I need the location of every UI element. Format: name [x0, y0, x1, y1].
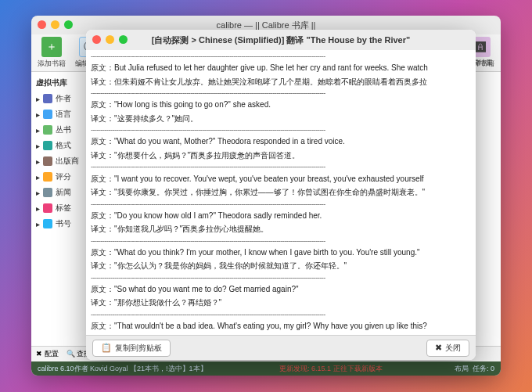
- plus-icon: ＋: [41, 37, 62, 57]
- rating-icon: [43, 172, 52, 182]
- sidebar-item[interactable]: ▸ 丛书: [31, 122, 95, 138]
- target-text: 译文："你知道我几岁吗？"西奥多拉伤心地提醒她。: [91, 222, 471, 236]
- translation-log[interactable]: ----------------------------------------…: [86, 50, 476, 335]
- separator: ----------------------------------------…: [91, 125, 471, 135]
- translate-dialog: [自动探测 > Chinese (Simplified)] 翻译 "The Ho…: [86, 30, 476, 360]
- source-text: 原文："What do you think? I'm your mother, …: [91, 246, 471, 260]
- dialog-titlebar[interactable]: [自动探测 > Chinese (Simplified)] 翻译 "The Ho…: [86, 30, 476, 50]
- separator: ----------------------------------------…: [91, 88, 471, 98]
- close-icon[interactable]: [38, 20, 46, 29]
- sidebar-item[interactable]: ▸ 语言: [31, 106, 95, 122]
- dialog-footer: 📋 复制到剪贴板 ✖ 关闭: [86, 335, 476, 360]
- dialog-traffic-lights: [92, 35, 128, 44]
- source-text: 原文："How long is this going to go on?" sh…: [91, 98, 471, 112]
- add-books-button[interactable]: ＋ 添加书籍: [36, 37, 67, 69]
- clipboard-icon: 📋: [101, 343, 112, 353]
- zoom-icon[interactable]: [119, 35, 128, 44]
- format-icon: [43, 141, 52, 150]
- traffic-lights: [38, 20, 73, 29]
- sidebar-item[interactable]: ▸ 新闻: [31, 185, 95, 200]
- separator: ----------------------------------------…: [91, 200, 471, 209]
- separator: ----------------------------------------…: [91, 236, 471, 246]
- separator: ----------------------------------------…: [91, 273, 471, 282]
- status-bar: calibre 6.10作者 Kovid Goyal 【21本书，!选中】1本】…: [31, 361, 501, 376]
- author-icon: [43, 94, 52, 103]
- sidebar-item[interactable]: ▸ 书号: [31, 216, 95, 232]
- sidebar-item[interactable]: ▸ 出版商: [31, 153, 95, 169]
- isbn-icon: [43, 219, 52, 228]
- sidebar-item[interactable]: ▸ 标签: [31, 200, 95, 216]
- separator: ----------------------------------------…: [91, 52, 471, 61]
- target-text: 译文："我要你康复。你哭过，你捶过胸，你累过——够了！你曾试图在你生命的鼎盛时期…: [91, 185, 471, 200]
- sidebar-virtual[interactable]: 虚拟书库: [31, 75, 95, 91]
- status-left: calibre 6.10作者 Kovid Goyal 【21本书，!选中】1本】: [38, 364, 207, 374]
- minimize-icon[interactable]: [106, 35, 114, 44]
- config-button[interactable]: ✖ 配置: [36, 349, 59, 359]
- source-text: 原文："Do you know how old I am?" Theodora …: [91, 209, 471, 223]
- source-text: 原文："So what do you want me to do? Get ma…: [91, 282, 471, 297]
- sidebar-item[interactable]: ▸ 作者: [31, 91, 95, 106]
- news-icon: [43, 188, 52, 197]
- copy-clipboard-button[interactable]: 📋 复制到剪贴板: [92, 340, 171, 357]
- zoom-icon[interactable]: [64, 20, 73, 29]
- target-text: 译文："你怎么认为？我是你的妈妈，我生你的时候就知道了。你还年轻。": [91, 259, 471, 273]
- source-text: 原文："That wouldn't be a bad idea. What's …: [91, 319, 471, 333]
- source-text: 原文：But Julia refused to let her daughter…: [91, 61, 471, 75]
- source-text: 原文："What do you want, Mother?" Theodora …: [91, 135, 471, 149]
- close-x-icon: ✖: [435, 343, 442, 353]
- language-icon: [43, 110, 52, 119]
- series-icon: [43, 125, 52, 135]
- minimize-icon[interactable]: [51, 20, 59, 29]
- close-icon[interactable]: [92, 35, 101, 44]
- separator: ----------------------------------------…: [91, 310, 471, 319]
- source-text: 原文："I want you to recover. You've wept, …: [91, 172, 471, 186]
- publisher-icon: [43, 156, 52, 166]
- separator: ----------------------------------------…: [91, 162, 471, 171]
- dialog-title: [自动探测 > Chinese (Simplified)] 翻译 "The Ho…: [152, 34, 410, 46]
- status-update[interactable]: 更新发现: 6.15.1 正往下载新版本: [279, 364, 383, 374]
- close-button[interactable]: ✖ 关闭: [426, 340, 469, 357]
- target-text: 译文："你想要什么，妈妈？"西奥多拉用疲惫的声音回答道。: [91, 149, 471, 163]
- tag-icon: [43, 203, 52, 213]
- sidebar-item[interactable]: ▸ 格式: [31, 138, 95, 153]
- target-text: 译文："那你想让我做什么？再结婚？": [91, 296, 471, 310]
- target-text: 译文：但朱莉娅不肯让女儿放弃。她让她哭泣和咆哮了几个星期。她晾着不眠的眼睛看着西…: [91, 75, 471, 89]
- target-text: 译文："这要持续多久？"她问。: [91, 112, 471, 126]
- sidebar-item[interactable]: ▸ 评分: [31, 169, 95, 185]
